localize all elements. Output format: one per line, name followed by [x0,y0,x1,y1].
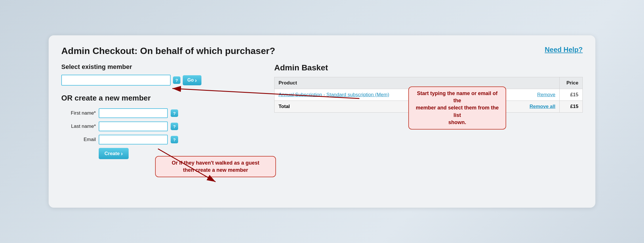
go-button[interactable]: Go [183,75,201,85]
total-row: Total Remove all £15 [275,101,583,113]
basket-table: Product Price Annual Subscription - Stan… [274,77,583,113]
remove-all-link[interactable]: Remove all [529,104,555,109]
basket-title: Admin Basket [274,63,583,72]
last-name-help-icon[interactable]: ? [171,123,178,130]
price-col-header: Price [560,77,583,89]
email-label: Email [61,137,96,142]
email-row: Email ? [61,135,257,144]
last-name-row: Last name* ? [61,122,257,131]
last-name-label: Last name* [61,124,96,129]
basket-header-row: Product Price [275,77,583,89]
page-title: Admin Checkout: On behalf of which purch… [61,46,275,56]
content-layout: Select existing member ? Go OR create a … [61,63,583,159]
create-button[interactable]: Create [99,148,129,159]
right-panel: Admin Basket Product Price Annual Subscr… [274,63,583,159]
email-help-icon[interactable]: ? [171,136,178,143]
card-header: Admin Checkout: On behalf of which purch… [61,46,583,56]
first-name-label: First name* [61,110,96,116]
search-help-icon[interactable]: ? [173,76,180,84]
product-cell: Annual Subscription - Standard subscript… [275,89,560,101]
select-member-title: Select existing member [61,63,257,71]
last-name-input[interactable] [99,122,168,131]
main-card: Admin Checkout: On behalf of which purch… [49,35,595,208]
total-cell: Total Remove all [275,101,560,113]
guest-hint-text: Or if they haven't walked as a guestthen… [172,160,259,173]
product-link[interactable]: Annual Subscription - Standard subscript… [279,92,389,98]
total-cell-content: Total Remove all [279,104,555,109]
member-search-input[interactable] [61,75,171,86]
remove-link[interactable]: Remove [537,92,555,98]
first-name-input[interactable] [99,108,168,118]
total-price: £15 [560,101,583,113]
total-label: Total [279,104,290,109]
first-name-help-icon[interactable]: ? [171,109,178,117]
product-cell-content: Annual Subscription - Standard subscript… [279,92,555,98]
first-name-row: First name* ? [61,108,257,118]
need-help-link[interactable]: Need Help? [545,46,583,54]
or-create-title: OR create a new member [61,94,257,103]
email-input[interactable] [99,135,168,144]
item-price: £15 [560,89,583,101]
table-row: Annual Subscription - Standard subscript… [275,89,583,101]
left-panel: Select existing member ? Go OR create a … [61,63,257,159]
product-col-header: Product [275,77,560,89]
search-row: ? Go [61,75,257,86]
